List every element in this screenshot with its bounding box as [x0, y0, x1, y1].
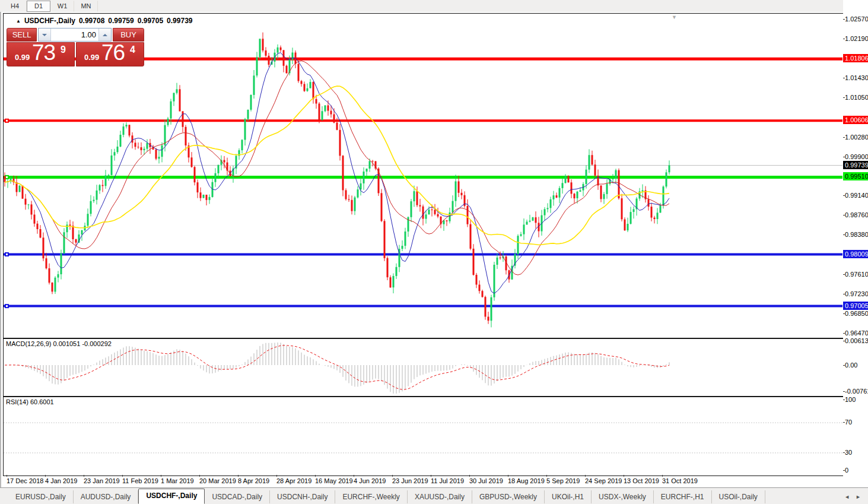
- chart-title: ▲ USDCHF-,Daily 0.99708 0.99759 0.99705 …: [16, 17, 193, 25]
- date-label: 20 Mar 2019: [199, 477, 236, 484]
- macd-tick: 0.00613: [845, 337, 868, 345]
- price-tick: 0.97610: [845, 271, 868, 278]
- lot-increase-button[interactable]: [98, 28, 111, 41]
- chart-tab-ukoil-h1[interactable]: UKOil-,H1: [545, 490, 592, 503]
- trading-platform-window: H4D1W1MN ▲ USDCHF-,Daily 0.99708 0.99759…: [0, 0, 868, 504]
- price-axis[interactable]: 1.025701.021901.014301.010501.002800.999…: [843, 0, 868, 504]
- price-tick: 0.96470: [845, 329, 868, 337]
- macd-plot: [4, 339, 842, 395]
- chart-tab-eurusd-daily[interactable]: EURUSD-,Daily: [8, 490, 74, 503]
- date-label: 5 Sep 2019: [546, 477, 580, 484]
- date-label: 17 Dec 2018: [7, 477, 43, 484]
- lot-size-input[interactable]: [51, 28, 98, 41]
- date-label: 28 Apr 2019: [276, 477, 311, 484]
- date-label: 8 Apr 2019: [238, 477, 269, 484]
- price-level-badge[interactable]: 0.99739: [843, 161, 868, 169]
- sell-price-big-digits: 73: [32, 40, 55, 65]
- timeframe-button-d1[interactable]: D1: [27, 1, 50, 12]
- price-tick: 1.02190: [845, 35, 868, 43]
- date-axis: 17 Dec 20184 Jan 201923 Jan 201911 Feb 2…: [3, 475, 843, 487]
- price-tick: 0.97230: [845, 290, 868, 298]
- price-tick: 1.00280: [845, 134, 868, 141]
- price-level-badge[interactable]: 1.00606: [843, 116, 868, 124]
- symbol-period-label: USDCHF-,Daily: [24, 17, 75, 25]
- ohlc-close: 0.99739: [167, 17, 192, 25]
- buy-price-big-digits: 76: [101, 40, 125, 65]
- rsi-indicator-pane[interactable]: RSI(14) 60.6001: [3, 397, 844, 476]
- tab-scroll-left-icon[interactable]: ◄: [844, 494, 850, 500]
- chart-tab-audusd-daily[interactable]: AUDUSD-,Daily: [74, 490, 139, 503]
- ohlc-high: 0.99759: [108, 17, 133, 25]
- rsi-tick: 0: [845, 467, 848, 474]
- price-chart-pane[interactable]: ▲ USDCHF-,Daily 0.99708 0.99759 0.99705 …: [3, 13, 844, 338]
- date-label: 30 Jul 2019: [469, 477, 503, 484]
- macd-tick: 0.00: [845, 362, 857, 369]
- buy-price-tile[interactable]: 0.99 76 4: [76, 42, 144, 66]
- date-label: 11 Feb 2019: [122, 477, 158, 484]
- date-label: 18 Aug 2019: [508, 477, 545, 484]
- date-label: 23 Jan 2019: [84, 477, 120, 484]
- chart-tab-usoil-daily[interactable]: USOil-,Daily: [712, 490, 765, 503]
- macd-tick: -0.007612: [845, 388, 868, 395]
- date-label: 1 Mar 2019: [161, 477, 194, 484]
- price-level-badge[interactable]: 1.01806: [843, 54, 868, 62]
- chart-shift-marker-icon[interactable]: ▼: [672, 14, 677, 20]
- macd-indicator-pane[interactable]: MACD(12,26,9) 0.001051 -0.000292: [3, 338, 844, 397]
- price-tick: 0.98760: [845, 211, 868, 219]
- sell-button[interactable]: SELL: [7, 28, 37, 42]
- date-label: 24 Sep 2019: [585, 477, 622, 484]
- date-label: 16 May 2019: [315, 477, 353, 484]
- rsi-tick: 30: [845, 449, 852, 457]
- price-tick: 1.01430: [845, 74, 868, 82]
- rsi-tick: 100: [845, 396, 856, 404]
- price-tick: 0.99900: [845, 153, 868, 161]
- buy-button[interactable]: BUY: [113, 28, 144, 42]
- date-label: 13 Oct 2019: [624, 477, 659, 484]
- chart-tab-list: EURUSD-,DailyAUDUSD-,DailyUSDCHF-,DailyU…: [0, 488, 844, 504]
- chart-tab-eurchf-weekly[interactable]: EURCHF-,Weekly: [335, 490, 407, 503]
- timeframe-toolbar: H4D1W1MN: [0, 0, 868, 12]
- sell-price-tile[interactable]: 0.99 73 9: [7, 42, 75, 66]
- chart-tab-usdcad-daily[interactable]: USDCAD-,Daily: [205, 490, 270, 503]
- price-tick: 1.02570: [845, 15, 868, 23]
- price-tick: 0.98380: [845, 231, 868, 239]
- buy-price-pip-digit: 4: [130, 45, 135, 55]
- tab-scroll-controls: ◄ ►: [844, 494, 868, 504]
- timeframe-button-w1[interactable]: W1: [50, 1, 74, 12]
- price-tick: 0.99140: [845, 192, 868, 199]
- date-label: 4 Jun 2019: [354, 477, 386, 484]
- price-level-badge[interactable]: 0.99510: [843, 172, 868, 180]
- triangle-up-icon: [103, 34, 107, 36]
- date-label: 23 Jun 2019: [392, 477, 428, 484]
- chart-window: ▲ USDCHF-,Daily 0.99708 0.99759 0.99705 …: [0, 12, 868, 488]
- macd-label: MACD(12,26,9) 0.001051 -0.000292: [6, 340, 112, 347]
- one-click-trading-panel: SELL BUY 0.99 73 9 0.99: [7, 28, 144, 66]
- price-tick: 1.01050: [845, 94, 868, 102]
- tab-scroll-right-icon[interactable]: ►: [856, 494, 861, 500]
- chart-tab-eurchf-h1[interactable]: EURCHF-,H1: [654, 490, 712, 503]
- chart-tab-usdx-weekly[interactable]: USDX-,Weekly: [592, 490, 654, 503]
- rsi-label: RSI(14) 60.6001: [6, 398, 54, 405]
- chart-tab-bar: EURUSD-,DailyAUDUSD-,DailyUSDCHF-,DailyU…: [0, 487, 868, 504]
- chart-tab-usdchf-daily[interactable]: USDCHF-,Daily: [138, 489, 205, 504]
- price-level-badge[interactable]: 0.97005: [843, 302, 868, 310]
- rsi-tick: 70: [845, 419, 852, 426]
- ohlc-open: 0.99708: [79, 17, 104, 25]
- date-label: 11 Jul 2019: [431, 477, 464, 484]
- chart-tab-gbpusd-weekly[interactable]: GBPUSD-,Weekly: [472, 490, 545, 503]
- price-level-badge[interactable]: 0.98009: [843, 250, 868, 258]
- timeframe-button-mn[interactable]: MN: [74, 1, 98, 12]
- triangle-down-icon: [42, 34, 47, 36]
- lot-size-spinner: [38, 28, 112, 42]
- lot-decrease-button[interactable]: [39, 28, 51, 41]
- date-label: 31 Oct 2019: [662, 477, 698, 484]
- chart-tab-xauusd-daily[interactable]: XAUUSD-,Daily: [408, 490, 472, 503]
- buy-price-prefix: 0.99: [84, 53, 99, 62]
- sell-price-prefix: 0.99: [15, 53, 30, 62]
- collapse-panel-icon[interactable]: ▲: [16, 18, 21, 24]
- price-tick: 0.96850: [845, 310, 868, 318]
- sell-price-pip-digit: 9: [61, 45, 66, 55]
- timeframe-button-h4[interactable]: H4: [3, 1, 27, 12]
- chart-tab-usdcnh-daily[interactable]: USDCNH-,Daily: [270, 490, 335, 503]
- rsi-plot: [4, 397, 842, 474]
